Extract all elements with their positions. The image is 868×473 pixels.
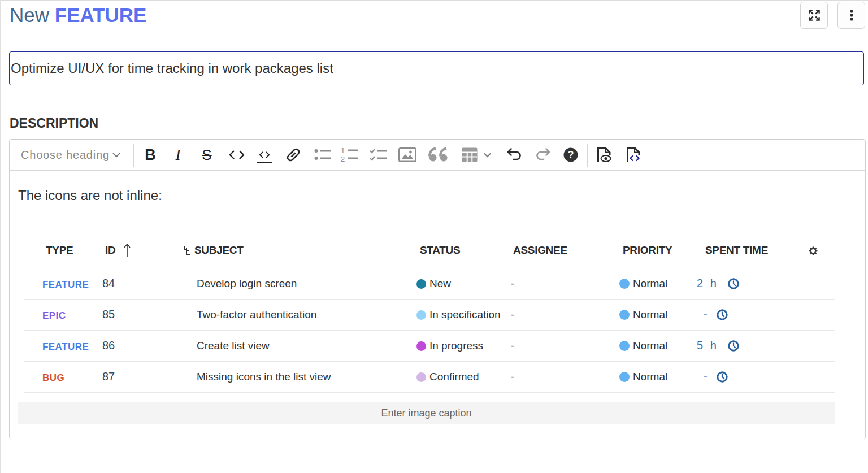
svg-text:1: 1	[341, 147, 345, 155]
svg-text:2: 2	[341, 155, 345, 163]
svg-text:?: ?	[568, 149, 574, 160]
